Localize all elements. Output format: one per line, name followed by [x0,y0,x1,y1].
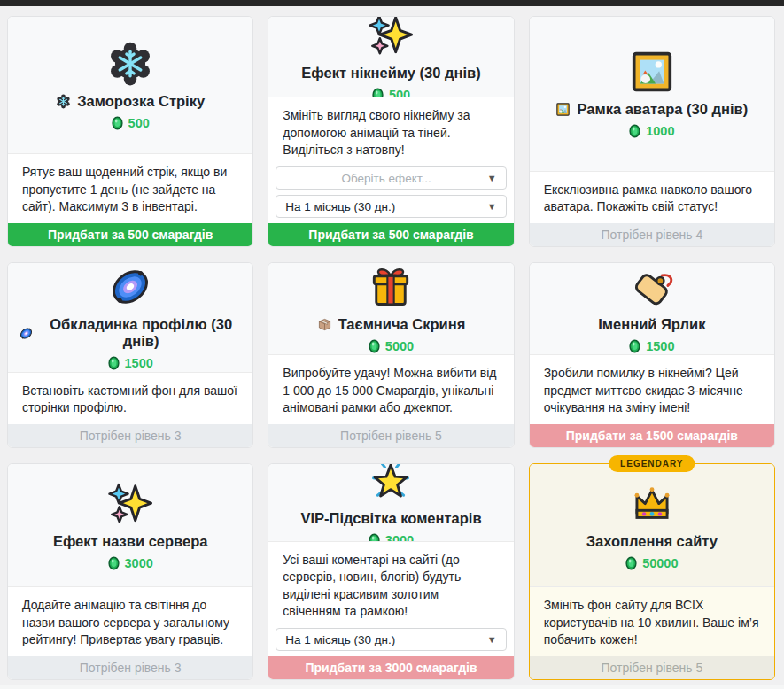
emerald-icon [112,116,123,130]
emerald-icon [108,556,120,570]
label-tag-icon [629,264,675,310]
card-title-text: VIP-Підсвітка коментарів [300,510,481,527]
price: 1500 [108,356,153,370]
card-title-text: Таємнича Скриня [338,316,466,333]
card-header: Ефект нікнейму (30 днів) 500 [268,17,513,97]
price-value: 500 [128,116,150,130]
price: 3000 [108,556,153,570]
emerald-icon [629,124,640,138]
card-description: Усі ваші коментарі на сайті (до серверів… [268,541,513,628]
card-title-text: Іменний Ярлик [598,316,705,333]
description-text: Додайте анімацію та світіння до назви ва… [22,597,238,649]
top-bar [0,0,784,6]
card-header: Іменний Ярлик 1500 [530,263,774,354]
card-title-text: Заморозка Стріку [77,93,205,110]
card-header: Заморозка Стріку 500 [8,17,252,153]
level-required-footer: Потрібен рівень 4 [530,223,774,246]
description-text: Усі ваші коментарі на сайті (до серверів… [283,552,499,621]
card-description: Змініть вигляд свого нікнейму за допомог… [268,97,513,166]
card-title: Таємнича Скриня [317,316,466,333]
price: 3000 [369,533,414,541]
price-value: 1000 [646,124,674,138]
card-title-text: Обкладинка профілю (30 днів) [40,316,242,350]
buy-button[interactable]: Придбати за 500 смарагдів [8,223,252,246]
card-title: Рамка аватара (30 днів) [555,101,748,118]
sparkles-icon [368,17,414,58]
shop-card-name-tag: Іменний Ярлик 1500 Зробили помилку в нік… [529,262,775,448]
card-options: Оберіть ефект... ▼ На 1 місяць (30 дн.) … [268,166,513,223]
shop-card-nickname-effect: Ефект нікнейму (30 днів) 500 Змініть виг… [268,16,514,247]
sparkles-icon [107,481,153,527]
buy-button[interactable]: Придбати за 500 смарагдів [268,223,513,246]
price: 500 [372,88,410,97]
card-description: Додайте анімацію та світіння до назви ва… [8,586,252,656]
buy-button[interactable]: Придбати за 1500 смарагдів [530,424,774,447]
legendary-badge: LEGENDARY [609,455,695,472]
shop-grid: Заморозка Стріку 500 Рятує ваш щоденний … [0,6,784,680]
description-text: Встановіть кастомний фон для вашої сторі… [22,383,238,417]
emerald-icon [629,339,640,353]
card-title-text: Ефект назви сервера [53,533,208,550]
level-required-footer: Потрібен рівень 5 [530,656,774,679]
card-title: Іменний Ярлик [598,316,705,333]
card-options: На 1 місяць (30 дн.) ▼ [268,628,513,656]
card-title: Заморозка Стріку [56,93,205,110]
description-text: Змініть фон сайту для ВСІХ користувачів … [544,597,760,649]
description-text: Рятує ваш щоденний стрік, якщо ви пропус… [22,164,238,216]
package-icon [317,317,332,332]
shop-card-site-takeover: LEGENDARY Захоплення сайту 50000 Змініть… [529,463,775,680]
card-description: Ексклюзивна рамка навколо вашого аватара… [530,171,774,223]
card-header: Захоплення сайту 50000 [530,464,774,586]
duration-select[interactable]: На 1 місяць (30 дн.) ▼ [276,195,506,218]
framed-picture-icon [555,102,571,117]
glowing-star-icon [368,464,414,504]
card-header: VIP-Підсвітка коментарів 3000 [268,464,513,541]
price: 50000 [625,556,678,570]
card-description: Зробили помилку в нікнеймі? Цей предмет … [530,354,774,424]
card-title: VIP-Підсвітка коментарів [300,510,481,527]
page-footer-strip [0,685,784,689]
price-value: 500 [389,88,410,97]
price-value: 1500 [646,339,674,353]
description-text: Змініть вигляд свого нікнейму за допомог… [283,107,499,159]
card-header: Таємнича Скриня 5000 [268,263,513,354]
card-title-text: Рамка аватара (30 днів) [577,101,748,118]
snowflake-icon [107,41,153,87]
effect-select[interactable]: Оберіть ефект... ▼ [276,166,506,190]
card-title: Ефект назви сервера [53,533,208,550]
emerald-icon [372,88,384,97]
price: 500 [112,116,150,130]
emerald-icon [369,339,380,353]
level-required-footer: Потрібен рівень 5 [268,424,513,447]
snowflake-icon [56,94,71,109]
card-header: Ефект назви сервера 3000 [8,464,252,586]
chevron-down-icon: ▼ [487,202,497,212]
card-header: Обкладинка профілю (30 днів) 1500 [8,263,252,372]
select-value: На 1 місяць (30 дн.) [285,200,486,213]
shop-card-profile-cover: Обкладинка профілю (30 днів) 1500 Встано… [7,262,253,448]
chevron-down-icon: ▼ [487,635,497,645]
price: 1500 [629,339,674,353]
price-value: 5000 [385,339,414,353]
crown-icon [629,481,675,527]
chevron-down-icon: ▼ [487,174,497,183]
card-description: Рятує ваш щоденний стрік, якщо ви пропус… [8,153,252,223]
shop-card-server-name-effect: Ефект назви сервера 3000 Додайте анімаці… [7,463,253,680]
duration-select[interactable]: На 1 місяць (30 дн.) ▼ [276,628,506,651]
select-value: На 1 місяць (30 дн.) [285,633,486,646]
level-required-footer: Потрібен рівень 3 [8,656,252,679]
description-text: Ексклюзивна рамка навколо вашого аватара… [544,182,760,216]
card-description: Випробуйте удачу! Можна вибити від 1 000… [268,354,513,424]
price: 5000 [369,339,414,353]
shop-card-vip-comment-highlight: VIP-Підсвітка коментарів 3000 Усі ваші к… [268,463,514,680]
price-value: 1500 [125,356,153,370]
card-title: Захоплення сайту [586,533,718,550]
card-title: Обкладинка профілю (30 днів) [19,316,242,350]
card-description: Встановіть кастомний фон для вашої сторі… [8,372,252,424]
card-description: Змініть фон сайту для ВСІХ користувачів … [530,586,774,656]
gift-icon [368,264,414,310]
galaxy-icon [19,326,34,341]
price-value: 50000 [642,556,678,570]
buy-button[interactable]: Придбати за 3000 смарагдів [268,656,513,679]
price: 1000 [629,124,674,138]
